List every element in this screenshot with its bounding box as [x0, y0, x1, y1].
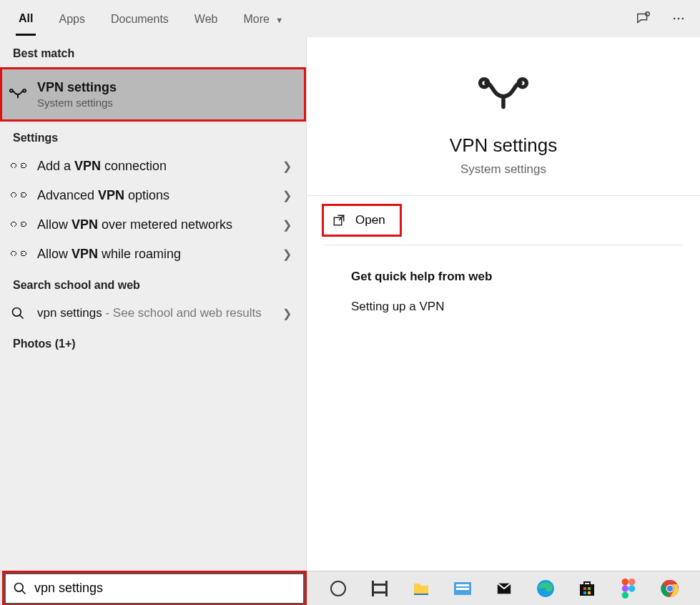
- best-match-sub: System settings: [37, 97, 297, 109]
- chevron-right-icon: ❯: [282, 247, 297, 261]
- svg-point-5: [23, 89, 26, 92]
- tab-more-label: More: [243, 13, 269, 25]
- open-label: Open: [355, 213, 385, 227]
- cortana-icon[interactable]: [329, 579, 347, 598]
- chevron-right-icon: ❯: [282, 307, 297, 320]
- open-icon: [332, 214, 345, 227]
- results-column: Best match VPN settings System settings …: [0, 37, 307, 571]
- best-match-title: VPN settings: [37, 80, 297, 95]
- task-view-icon[interactable]: [370, 579, 389, 598]
- svg-line-12: [22, 590, 26, 594]
- file-explorer-icon[interactable]: [412, 579, 430, 598]
- result-vpn-roaming[interactable]: ᦅᦈ Allow VPN while roaming ❯: [0, 240, 306, 269]
- svg-point-24: [628, 579, 635, 585]
- taskbar-search[interactable]: [4, 573, 305, 604]
- svg-point-3: [682, 18, 684, 20]
- section-settings: Settings: [0, 122, 306, 152]
- feedback-icon[interactable]: [636, 11, 651, 26]
- more-options-icon[interactable]: [671, 11, 686, 26]
- svg-rect-21: [583, 591, 586, 594]
- svg-point-9: [518, 79, 526, 87]
- detail-title: VPN settings: [450, 134, 557, 157]
- svg-point-26: [628, 585, 635, 591]
- result-vpn-metered[interactable]: ᦅᦈ Allow VPN over metered networks ❯: [0, 210, 306, 240]
- svg-point-30: [667, 585, 674, 591]
- tab-web[interactable]: Web: [192, 3, 221, 34]
- tab-all[interactable]: All: [16, 2, 36, 36]
- vpn-large-icon: [477, 73, 530, 114]
- tab-documents[interactable]: Documents: [108, 3, 172, 34]
- open-button[interactable]: Open: [324, 206, 400, 235]
- search-icon: [13, 581, 27, 596]
- svg-point-2: [678, 18, 680, 20]
- app-icon-1[interactable]: [453, 579, 472, 598]
- chrome-icon[interactable]: [661, 579, 679, 598]
- vpn-icon: ᦅᦈ: [9, 159, 27, 173]
- vpn-icon: ᦅᦈ: [9, 247, 27, 261]
- svg-point-25: [622, 585, 628, 591]
- svg-rect-19: [583, 587, 586, 590]
- help-link-setup-vpn[interactable]: Setting up a VPN: [351, 300, 683, 314]
- search-icon: [9, 306, 27, 320]
- svg-rect-17: [580, 584, 594, 596]
- svg-point-6: [13, 308, 21, 317]
- svg-point-1: [674, 18, 676, 20]
- chevron-down-icon: ▼: [275, 16, 283, 24]
- svg-rect-18: [584, 582, 590, 585]
- result-advanced-vpn[interactable]: ᦅᦈ Advanced VPN options ❯: [0, 181, 306, 210]
- svg-rect-15: [456, 588, 469, 590]
- taskbar: [0, 571, 700, 605]
- svg-line-7: [20, 315, 24, 319]
- detail-pane: VPN settings System settings Open Get qu…: [307, 37, 700, 571]
- vpn-icon: ᦅᦈ: [9, 189, 27, 202]
- figma-icon[interactable]: [619, 579, 638, 598]
- svg-rect-22: [588, 591, 591, 594]
- svg-point-27: [622, 591, 628, 598]
- svg-rect-14: [456, 584, 469, 586]
- search-input[interactable]: [34, 581, 296, 596]
- help-heading: Get quick help from web: [351, 270, 683, 284]
- vpn-icon: [9, 87, 27, 102]
- detail-sub: System settings: [460, 162, 546, 177]
- tab-more[interactable]: More ▼: [240, 3, 286, 34]
- svg-point-8: [480, 79, 488, 87]
- svg-point-11: [15, 583, 24, 591]
- result-add-vpn[interactable]: ᦅᦈ Add a VPN connection ❯: [0, 152, 306, 181]
- tab-apps[interactable]: Apps: [56, 3, 87, 34]
- section-web: Search school and web: [0, 269, 306, 299]
- chevron-right-icon: ❯: [282, 218, 297, 232]
- search-scope-tabs: All Apps Documents Web More ▼: [0, 0, 700, 37]
- result-web-search[interactable]: vpn settings - See school and web result…: [0, 299, 306, 328]
- chevron-right-icon: ❯: [282, 189, 297, 202]
- vpn-icon: ᦅᦈ: [9, 218, 27, 232]
- chevron-right-icon: ❯: [282, 159, 297, 173]
- edge-icon[interactable]: [536, 579, 555, 598]
- section-best-match: Best match: [0, 37, 306, 67]
- mail-icon[interactable]: [495, 579, 513, 598]
- result-best-match[interactable]: VPN settings System settings: [0, 67, 306, 122]
- ms-store-icon[interactable]: [578, 579, 596, 598]
- section-photos: Photos (1+): [0, 328, 306, 358]
- svg-point-4: [10, 89, 13, 92]
- svg-rect-20: [588, 587, 591, 590]
- svg-point-23: [622, 579, 628, 585]
